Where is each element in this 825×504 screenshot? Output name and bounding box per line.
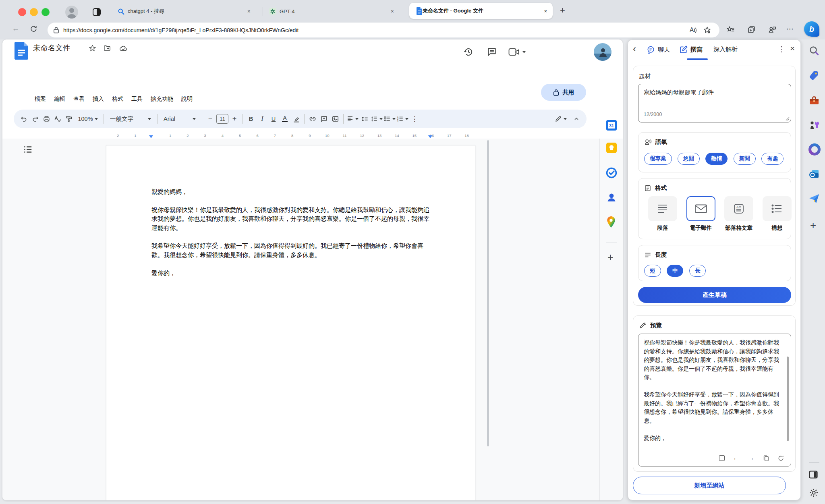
sidebar-more-icon[interactable]: ⋮: [778, 45, 785, 54]
bulleted-list-select[interactable]: [383, 113, 396, 124]
paragraph[interactable]: 親愛的媽媽，: [151, 187, 433, 196]
keep-icon[interactable]: [605, 142, 618, 154]
underline-button[interactable]: U: [268, 113, 279, 124]
paragraph[interactable]: 愛你的，: [151, 269, 433, 278]
font-select[interactable]: Arial: [160, 113, 199, 124]
add-side-app-button[interactable]: +: [607, 251, 614, 263]
close-tab-icon[interactable]: ×: [544, 8, 547, 14]
tone-option-professional[interactable]: 很專業: [644, 153, 672, 165]
tasks-icon[interactable]: [605, 167, 618, 179]
numbered-list-select[interactable]: 123: [396, 113, 408, 124]
format-option-paragraph[interactable]: 段落: [644, 196, 681, 232]
read-aloud-icon[interactable]: A: [686, 23, 700, 37]
toolbar-more-icon[interactable]: ⋮: [409, 113, 420, 124]
macos-zoom-button[interactable]: [41, 8, 50, 16]
back-button[interactable]: ←: [9, 22, 23, 35]
tab-chat[interactable]: 聊天: [647, 46, 670, 54]
menu-extensions[interactable]: 擴充功能: [147, 94, 177, 104]
menu-view[interactable]: 查看: [69, 94, 89, 104]
paragraph[interactable]: 祝你母親節快樂！你是我最敬愛的人，我很感激你對我的愛和支持。你總是給我鼓勵和信心…: [151, 205, 433, 232]
menu-file[interactable]: 檔案: [31, 94, 50, 104]
highlight-color-button[interactable]: [291, 113, 301, 124]
rail-settings-gear-icon[interactable]: [808, 487, 820, 499]
tab-insights[interactable]: 深入解析: [713, 46, 738, 53]
font-size-input[interactable]: 11: [216, 114, 228, 124]
collections-icon[interactable]: [744, 23, 758, 36]
decrease-font-size-button[interactable]: −: [205, 113, 216, 124]
zoom-select[interactable]: 100%: [75, 113, 101, 124]
resize-handle-icon[interactable]: [786, 117, 790, 121]
undo-icon[interactable]: [19, 113, 29, 124]
preview-box[interactable]: 祝你母親節快樂！你是我最敬愛的人，我很感激你對我的愛和支持。你總是給我鼓勵和信心…: [638, 334, 791, 467]
collapse-toolbar-icon[interactable]: [571, 113, 582, 124]
insert-link-icon[interactable]: [307, 113, 318, 124]
share-button[interactable]: 共用: [541, 84, 586, 101]
italic-button[interactable]: I: [257, 113, 267, 124]
bold-button[interactable]: B: [246, 113, 256, 124]
length-option-short[interactable]: 短: [644, 265, 661, 277]
menu-insert[interactable]: 插入: [89, 94, 108, 104]
print-icon[interactable]: [41, 113, 52, 124]
menu-tools[interactable]: 工具: [127, 94, 147, 104]
google-docs-logo-icon[interactable]: [15, 42, 28, 60]
text-color-button[interactable]: A: [280, 113, 290, 124]
add-rail-app-button[interactable]: +: [810, 219, 816, 232]
document-page[interactable]: 親愛的媽媽， 祝你母親節快樂！你是我最敬愛的人，我很感激你對我的愛和支持。你總是…: [106, 145, 475, 500]
align-select[interactable]: [346, 113, 359, 124]
spell-check-icon[interactable]: [52, 113, 63, 124]
format-option-blog-post[interactable]: A 部落格文章: [720, 196, 757, 232]
tone-option-enthusiastic[interactable]: 熱情: [705, 153, 728, 165]
length-option-long[interactable]: 長: [689, 265, 706, 277]
topic-input[interactable]: 寫給媽媽的母親節電子郵件 12/2000: [638, 84, 791, 122]
comments-icon[interactable]: [487, 47, 497, 57]
outlook-icon[interactable]: [808, 168, 820, 180]
tone-option-newsy[interactable]: 新聞: [734, 153, 756, 165]
account-avatar[interactable]: [594, 43, 611, 61]
line-spacing-icon[interactable]: [359, 113, 370, 124]
regenerate-icon[interactable]: [777, 455, 784, 462]
move-to-folder-icon[interactable]: [103, 44, 111, 52]
docs-vertical-scrollbar[interactable]: [487, 140, 489, 446]
sidebar-back-button[interactable]: ‹: [633, 43, 636, 54]
sidebar-close-icon[interactable]: ×: [790, 44, 795, 53]
copy-icon[interactable]: [763, 455, 769, 462]
favorites-bar-icon[interactable]: [723, 23, 737, 36]
format-option-email[interactable]: 電子郵件: [682, 196, 719, 232]
address-bar[interactable]: https://docs.google.com/document/d/1gE29…: [48, 23, 719, 37]
new-tab-button[interactable]: +: [560, 5, 565, 16]
preview-scrollbar[interactable]: [787, 357, 789, 441]
tone-option-funny[interactable]: 有趣: [761, 153, 784, 165]
video-call-icon[interactable]: [508, 48, 526, 56]
redo-icon[interactable]: [30, 113, 40, 124]
paragraph[interactable]: 我希望你今天能好好享受，放鬆一下，因為你值得得到最好的。我已經寄了一份禮物給你，…: [151, 241, 433, 259]
maps-icon[interactable]: [605, 216, 618, 228]
shopping-icon[interactable]: [808, 70, 820, 81]
paragraph-style-select[interactable]: 一般文字: [107, 113, 154, 124]
menu-format[interactable]: 格式: [108, 94, 127, 104]
tab-gpt4[interactable]: GPT-4 ×: [269, 4, 402, 19]
tone-option-casual[interactable]: 悠閒: [678, 153, 700, 165]
add-to-site-button[interactable]: 新增至網站: [633, 477, 786, 494]
tab-google-docs-active[interactable]: 未命名文件 - Google 文件 ×: [409, 3, 553, 19]
format-option-ideas[interactable]: 構想: [759, 196, 796, 232]
contacts-icon[interactable]: [605, 191, 618, 203]
games-icon[interactable]: [808, 119, 820, 131]
add-favorite-icon[interactable]: [700, 23, 714, 37]
next-draft-icon[interactable]: →: [748, 454, 755, 462]
drop-icon[interactable]: [808, 193, 820, 205]
tab-chatgpt-search[interactable]: chatgpt 4 - 搜尋 ×: [118, 4, 259, 19]
document-title[interactable]: 未命名文件: [33, 43, 70, 53]
tools-icon[interactable]: [808, 95, 820, 106]
close-tab-icon[interactable]: ×: [246, 8, 252, 15]
copilot-bing-icon[interactable]: b: [804, 21, 819, 37]
document-outline-icon[interactable]: [23, 144, 33, 155]
close-tab-icon[interactable]: ×: [389, 8, 396, 15]
stop-icon[interactable]: [719, 455, 725, 461]
previous-draft-icon[interactable]: ←: [733, 454, 740, 462]
version-history-icon[interactable]: [463, 47, 474, 57]
add-comment-icon[interactable]: [319, 113, 329, 124]
microsoft-365-icon[interactable]: [808, 143, 821, 156]
profile-avatar-icon[interactable]: [65, 6, 78, 19]
star-document-icon[interactable]: [89, 44, 96, 52]
document-text[interactable]: 親愛的媽媽， 祝你母親節快樂！你是我最敬愛的人，我很感激你對我的愛和支持。你總是…: [151, 187, 433, 286]
